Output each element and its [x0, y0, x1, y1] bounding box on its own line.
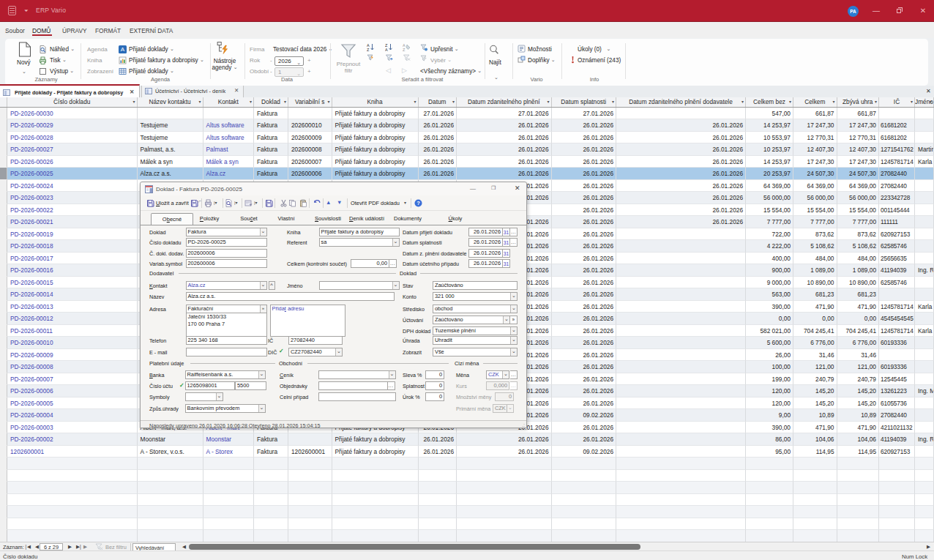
svg-text:Z: Z	[403, 48, 406, 51]
svg-text:A: A	[121, 46, 125, 53]
svg-text:A: A	[385, 48, 388, 51]
svg-text:Z: Z	[367, 48, 370, 51]
